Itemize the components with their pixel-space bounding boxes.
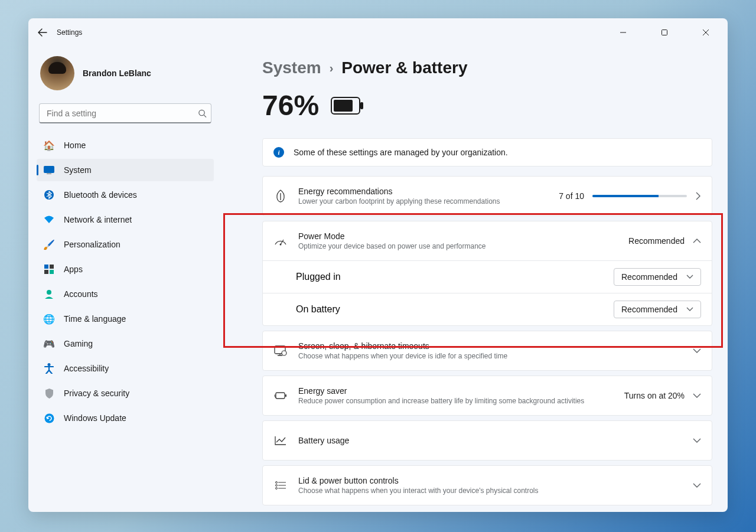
svg-rect-16 [334, 100, 353, 112]
nav-label: Windows Update [64, 413, 126, 423]
settings-window: Settings Brandon LeBlanc [28, 18, 728, 512]
svg-point-2 [199, 110, 204, 115]
chevron-up-icon [693, 238, 701, 244]
nav-item-home[interactable]: 🏠Home [37, 134, 214, 156]
breadcrumb-parent[interactable]: System [262, 58, 321, 77]
timeouts-card[interactable]: Screen, sleep, & hibernate timeouts Choo… [262, 331, 712, 371]
nav-item-privacy[interactable]: Privacy & security [37, 382, 214, 404]
maximize-button[interactable] [651, 23, 678, 42]
managed-banner: i Some of these settings are managed by … [262, 138, 712, 167]
lid-power-card[interactable]: Lid & power button controls Choose what … [262, 465, 712, 505]
svg-rect-10 [50, 270, 54, 274]
gauge-icon [273, 236, 288, 246]
battery-icon [331, 97, 364, 115]
energy-progress [592, 195, 687, 197]
chevron-down-icon [693, 393, 701, 399]
nav-label: Network & internet [64, 215, 132, 224]
app-title: Settings [57, 28, 82, 37]
nav-label: System [64, 165, 92, 175]
minimize-button[interactable] [610, 23, 637, 42]
battery-usage-card[interactable]: Battery usage [262, 420, 712, 461]
title-bar: Settings [28, 18, 728, 47]
nav-item-gaming[interactable]: 🎮Gaming [37, 332, 214, 355]
svg-rect-8 [50, 265, 54, 269]
chart-icon [273, 436, 288, 445]
plugged-in-label: Plugged in [296, 272, 341, 282]
close-icon [702, 29, 709, 36]
chevron-down-icon [686, 275, 693, 279]
plugged-in-dropdown[interactable]: Recommended [614, 268, 701, 286]
svg-rect-5 [47, 174, 51, 175]
window-controls [610, 23, 719, 42]
svg-point-11 [47, 290, 51, 295]
personalization-icon: 🖌️ [44, 239, 54, 250]
card-sub: Choose what happens when your device is … [298, 352, 682, 360]
svg-point-23 [276, 482, 278, 484]
minimize-icon [620, 29, 627, 36]
chevron-right-icon [695, 192, 701, 200]
chevron-down-icon [693, 438, 701, 443]
svg-rect-21 [276, 393, 285, 399]
nav-label: Bluetooth & devices [64, 190, 137, 200]
controls-icon [273, 481, 288, 490]
plugged-in-row: Plugged in Recommended [263, 260, 712, 293]
card-title: Energy recommendations [298, 187, 548, 196]
sidebar: Brandon LeBlanc 🏠Home System Bluetooth &… [28, 47, 217, 512]
nav-item-bluetooth[interactable]: Bluetooth & devices [37, 184, 214, 206]
on-battery-dropdown[interactable]: Recommended [614, 301, 701, 318]
monitor-icon [273, 345, 288, 356]
svg-point-20 [282, 351, 286, 355]
svg-rect-15 [360, 102, 363, 109]
nav-list: 🏠Home System Bluetooth & devices Network… [37, 134, 214, 432]
nav-item-system[interactable]: System [37, 159, 214, 181]
nav-label: Personalization [64, 240, 120, 249]
home-icon: 🏠 [44, 140, 54, 151]
search-icon[interactable] [198, 109, 207, 118]
nav-label: Apps [64, 265, 83, 274]
svg-rect-22 [285, 394, 286, 397]
nav-label: Home [64, 141, 86, 150]
info-icon: i [273, 147, 284, 158]
back-button[interactable] [37, 27, 48, 38]
battery-percent: 76% [262, 89, 319, 122]
search-input[interactable] [39, 103, 211, 123]
privacy-icon [44, 388, 54, 399]
nav-item-accounts[interactable]: Accounts [37, 283, 214, 305]
battery-level: 76% [262, 89, 712, 122]
nav-label: Accessibility [64, 364, 109, 373]
dropdown-value: Recommended [621, 305, 677, 314]
nav-label: Gaming [64, 339, 93, 348]
nav-item-network[interactable]: Network & internet [37, 208, 214, 231]
card-sub: Optimize your device based on power use … [298, 242, 618, 250]
energy-recommendations-card[interactable]: Energy recommendations Lower your carbon… [262, 176, 712, 216]
card-title: Screen, sleep, & hibernate timeouts [298, 341, 682, 351]
svg-point-18 [280, 244, 282, 246]
close-button[interactable] [692, 23, 719, 42]
power-mode-header[interactable]: Power Mode Optimize your device based on… [263, 221, 712, 260]
energy-saver-card[interactable]: Energy saver Reduce power consumption an… [262, 376, 712, 416]
nav-item-update[interactable]: Windows Update [37, 407, 214, 429]
leaf-icon [273, 190, 288, 203]
apps-icon [44, 264, 54, 275]
power-mode-card: Power Mode Optimize your device based on… [262, 221, 712, 326]
svg-rect-1 [662, 30, 667, 35]
svg-point-25 [276, 485, 278, 487]
power-mode-value: Recommended [628, 236, 685, 246]
content: System › Power & battery 76% i Some of t… [217, 47, 728, 512]
nav-label: Time & language [64, 314, 126, 324]
energy-saver-value: Turns on at 20% [624, 391, 685, 400]
wifi-icon [44, 214, 54, 225]
on-battery-row: On battery Recommended [263, 293, 712, 325]
user-name: Brandon LeBlanc [83, 68, 151, 78]
card-title: Power Mode [298, 231, 618, 241]
nav-item-time[interactable]: 🌐Time & language [37, 308, 214, 330]
page-title: Power & battery [341, 58, 467, 77]
nav-item-apps[interactable]: Apps [37, 258, 214, 280]
battery-saver-icon [273, 391, 288, 400]
nav-item-accessibility[interactable]: Accessibility [37, 357, 214, 380]
accounts-icon [44, 289, 54, 299]
user-block[interactable]: Brandon LeBlanc [37, 47, 214, 103]
card-sub: Choose what happens when you interact wi… [298, 487, 682, 495]
breadcrumb: System › Power & battery [262, 58, 712, 77]
nav-item-personalization[interactable]: 🖌️Personalization [37, 233, 214, 256]
